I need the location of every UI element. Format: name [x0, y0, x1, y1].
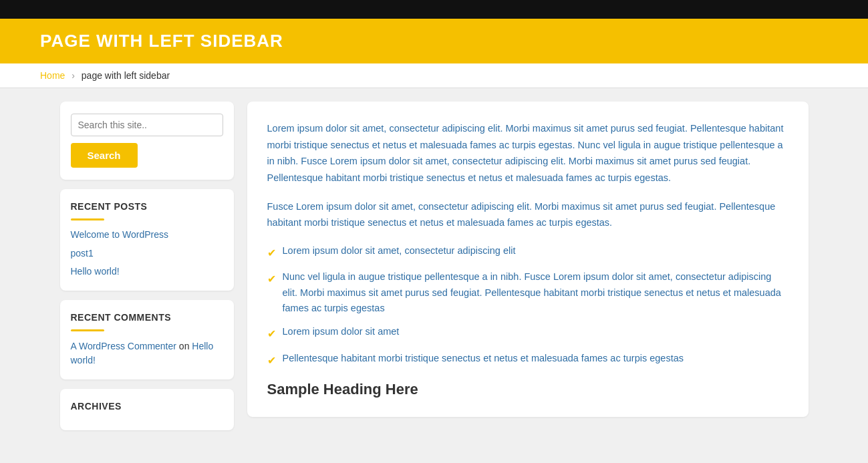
comment-on-text: on — [179, 341, 192, 351]
post-link[interactable]: Welcome to WordPress — [71, 229, 169, 240]
list-item: Welcome to WordPress — [71, 228, 223, 242]
page-header: PAGE WITH LEFT SIDEBAR — [0, 19, 868, 63]
check-icon-1: ✔ — [267, 245, 276, 262]
checklist-item-text-4: Pellentesque habitant morbi tristique se… — [283, 351, 684, 366]
list-item: Hello world! — [71, 265, 223, 279]
content-heading: Sample Heading Here — [267, 381, 788, 398]
post-link[interactable]: post1 — [71, 248, 94, 259]
checklist-item-text-3: Lorem ipsum dolor sit amet — [283, 324, 400, 339]
checklist-item-text-1: Lorem ipsum dolor sit amet, consectetur … — [283, 243, 516, 259]
comment-item: A WordPress Commenter on Hello world! — [71, 339, 223, 367]
check-icon-2: ✔ — [267, 271, 276, 288]
breadcrumb-home[interactable]: Home — [40, 70, 65, 81]
checklist-item: ✔ Lorem ipsum dolor sit amet, consectetu… — [267, 243, 788, 262]
checklist-item: ✔ Lorem ipsum dolor sit amet — [267, 324, 788, 343]
recent-comments-underline — [71, 329, 104, 331]
main-container: Search RECENT POSTS Welcome to WordPress… — [33, 102, 835, 430]
top-bar — [0, 0, 868, 19]
list-item: post1 — [71, 247, 223, 261]
sidebar: Search RECENT POSTS Welcome to WordPress… — [60, 102, 234, 430]
search-input[interactable] — [71, 114, 223, 136]
check-icon-4: ✔ — [267, 352, 276, 369]
content-paragraph-2: Fusce Lorem ipsum dolor sit amet, consec… — [267, 198, 788, 231]
checklist-item-text-2: Nunc vel ligula in augue tristique pelle… — [283, 269, 788, 316]
page-title: PAGE WITH LEFT SIDEBAR — [40, 31, 828, 51]
search-box: Search — [71, 114, 223, 168]
search-widget: Search — [60, 102, 234, 180]
breadcrumb: Home › page with left sidebar — [0, 63, 868, 88]
archives-title: ARCHIVES — [71, 401, 223, 412]
archives-widget: ARCHIVES — [60, 389, 234, 430]
content-paragraph-1: Lorem ipsum dolor sit amet, consectetur … — [267, 120, 788, 186]
breadcrumb-separator: › — [71, 70, 75, 81]
recent-posts-list: Welcome to WordPress post1 Hello world! — [71, 228, 223, 279]
checklist-item: ✔ Nunc vel ligula in augue tristique pel… — [267, 269, 788, 316]
recent-comments-title: RECENT COMMENTS — [71, 312, 223, 323]
recent-posts-widget: RECENT POSTS Welcome to WordPress post1 … — [60, 189, 234, 291]
recent-posts-underline — [71, 218, 104, 220]
check-icon-3: ✔ — [267, 325, 276, 343]
breadcrumb-current: page with left sidebar — [82, 70, 170, 81]
comment-author-link[interactable]: A WordPress Commenter — [71, 341, 176, 351]
checklist: ✔ Lorem ipsum dolor sit amet, consectetu… — [267, 243, 788, 369]
recent-posts-title: RECENT POSTS — [71, 201, 223, 212]
recent-comments-widget: RECENT COMMENTS A WordPress Commenter on… — [60, 300, 234, 379]
search-button[interactable]: Search — [71, 143, 138, 168]
checklist-item: ✔ Pellentesque habitant morbi tristique … — [267, 351, 788, 369]
post-link[interactable]: Hello world! — [71, 266, 120, 277]
main-content: Lorem ipsum dolor sit amet, consectetur … — [247, 102, 809, 417]
